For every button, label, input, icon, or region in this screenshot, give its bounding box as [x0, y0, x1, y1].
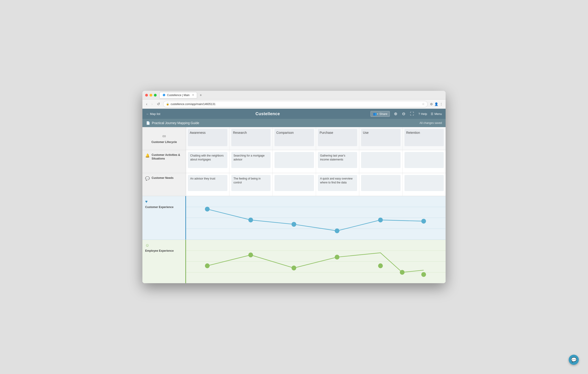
lifecycle-card-purchase: Purchase: [318, 129, 357, 146]
needs-cell-3[interactable]: A quick and easy overview where to find …: [316, 173, 359, 196]
chat-button[interactable]: 💬: [569, 355, 579, 365]
minimize-traffic-light[interactable]: [149, 94, 152, 97]
share-button[interactable]: 👥+ Share: [370, 111, 390, 117]
needs-card-0: An advisor they trust: [188, 175, 227, 191]
share-icon: 👥+: [373, 112, 378, 116]
needs-row-label: Customer Needs: [152, 176, 173, 180]
url-box[interactable]: 🔒 custellence.com/app/main/14605131 ☆: [163, 101, 428, 107]
customer-exp-point-3[interactable]: [335, 229, 339, 233]
employee-exp-point-5[interactable]: [400, 270, 405, 275]
activities-cell-3[interactable]: Gathering last year's income statements: [316, 150, 359, 173]
activities-card-2: [274, 152, 314, 168]
lifecycle-cell-comparison[interactable]: Comparison: [273, 127, 316, 150]
menu-label: Menu: [434, 112, 442, 116]
help-label: Help: [421, 112, 427, 116]
reload-button[interactable]: ↺: [156, 101, 161, 107]
customer-exp-row-label: Customer Experience: [145, 206, 173, 209]
employee-exp-chart: [186, 240, 446, 283]
needs-card-1: The feeling of being in control: [231, 175, 271, 191]
tab-close-btn[interactable]: ✕: [192, 94, 194, 97]
save-status: All changes saved: [420, 121, 442, 125]
lock-icon: 🔒: [166, 102, 169, 106]
employee-experience-section: ☺ Employee Experience: [142, 240, 446, 283]
new-tab-button[interactable]: +: [199, 93, 203, 97]
main-content: ∞ Customer Lifecycle Awareness Research …: [142, 127, 446, 283]
customer-exp-point-0[interactable]: [205, 207, 210, 211]
profile-icon[interactable]: 👤: [434, 102, 438, 106]
browser-toolbar-icons: ⚙ 👤 ⋮: [430, 102, 443, 106]
employee-exp-point-4[interactable]: [378, 264, 383, 268]
menu-button[interactable]: ☰ Menu: [431, 112, 442, 116]
lifecycle-cell-purchase[interactable]: Purchase: [316, 127, 359, 150]
activities-card-4: [361, 152, 400, 168]
customer-exp-point-2[interactable]: [292, 222, 296, 227]
fullscreen-button[interactable]: ⛶: [410, 111, 415, 117]
employee-exp-point-2[interactable]: [292, 265, 296, 270]
activities-cell-0[interactable]: Chatting with the neighbors about mortga…: [186, 150, 230, 173]
more-icon[interactable]: ⋮: [440, 102, 443, 106]
activities-cell-2[interactable]: [273, 150, 316, 173]
needs-cell-1[interactable]: The feeling of being in control: [230, 173, 273, 196]
document-header: 📄 Practical Journey Mapping Guide All ch…: [142, 119, 446, 127]
lifecycle-card-comparison: Comparison: [274, 129, 314, 146]
heart-icon: ♥: [145, 199, 148, 204]
tab-favicon: 🔷: [162, 94, 166, 97]
zoom-out-button[interactable]: ⊖: [401, 111, 406, 117]
nav-actions: 👥+ Share ⊕ ⊖ ⛶ ? Help ☰ Menu: [370, 111, 442, 117]
document-title: Practical Journey Mapping Guide: [152, 121, 418, 125]
employee-exp-point-6[interactable]: [421, 272, 426, 277]
close-traffic-light[interactable]: [145, 94, 148, 97]
lifecycle-cell-research[interactable]: Research: [230, 127, 273, 150]
lifecycle-icon: ∞: [162, 133, 166, 139]
activities-card-1: Searching for a mortgage advisor: [231, 152, 271, 168]
needs-cell-0[interactable]: An advisor they trust: [186, 173, 230, 196]
customer-exp-point-1[interactable]: [248, 218, 253, 222]
lifecycle-cell-awareness[interactable]: Awareness: [186, 127, 230, 150]
employee-exp-point-3[interactable]: [335, 255, 339, 260]
customer-exp-point-4[interactable]: [378, 218, 383, 222]
lifecycle-card-awareness: Awareness: [188, 129, 227, 146]
needs-cell-4[interactable]: [359, 173, 403, 196]
employee-exp-point-0[interactable]: [205, 264, 210, 268]
lifecycle-row: ∞ Customer Lifecycle Awareness Research …: [142, 127, 446, 150]
lifecycle-cell-use[interactable]: Use: [359, 127, 403, 150]
tab-area: 🔷 Custellence | Main ✕ +: [159, 92, 443, 98]
browser-window: 🔷 Custellence | Main ✕ + ‹ › ↺ 🔒 custell…: [142, 91, 446, 283]
forward-button[interactable]: ›: [150, 102, 153, 107]
activities-cell-4[interactable]: [359, 150, 403, 173]
zoom-in-button[interactable]: ⊕: [393, 111, 398, 117]
question-icon: ?: [418, 112, 420, 116]
extensions-icon[interactable]: ⚙: [430, 102, 433, 106]
needs-cell-2[interactable]: [273, 173, 316, 196]
hamburger-icon: ☰: [431, 112, 433, 116]
needs-card-4: [361, 175, 400, 191]
fullscreen-traffic-light[interactable]: [154, 94, 157, 97]
customer-exp-point-5[interactable]: [421, 219, 426, 224]
bookmark-icon[interactable]: ☆: [422, 102, 425, 106]
back-button[interactable]: ‹: [145, 102, 148, 107]
activities-cell-1[interactable]: Searching for a mortgage advisor: [230, 150, 273, 173]
needs-row: 💬 Customer Needs An advisor they trust T…: [142, 173, 446, 196]
activities-icon: 🔔: [145, 153, 150, 158]
employee-exp-point-1[interactable]: [248, 253, 253, 257]
share-label: Share: [379, 112, 388, 116]
url-text: custellence.com/app/main/14605131: [171, 102, 420, 106]
url-action-icons: ☆: [422, 102, 425, 106]
help-button[interactable]: ? Help: [418, 112, 427, 116]
needs-label-col: 💬 Customer Needs: [142, 173, 186, 196]
needs-cell-5[interactable]: [403, 173, 446, 196]
back-to-map-list[interactable]: ← Map list: [146, 112, 160, 116]
active-tab[interactable]: 🔷 Custellence | Main ✕: [159, 92, 197, 98]
lifecycle-cell-retention[interactable]: Retention: [403, 127, 446, 150]
customer-exp-label-col: ♥ Customer Experience: [142, 196, 186, 240]
back-label: Map list: [150, 112, 160, 116]
document-icon: 📄: [146, 121, 150, 125]
journey-map: ∞ Customer Lifecycle Awareness Research …: [142, 127, 446, 283]
activities-cell-5[interactable]: [403, 150, 446, 173]
back-arrow-icon: ←: [146, 112, 149, 116]
customer-exp-chart: [186, 196, 446, 240]
tab-title: Custellence | Main: [167, 94, 190, 97]
smiley-icon: ☺: [145, 243, 149, 248]
lifecycle-label-col: ∞ Customer Lifecycle: [142, 127, 186, 150]
activities-label-col: 🔔 Customer Activities & Situations: [142, 150, 186, 173]
